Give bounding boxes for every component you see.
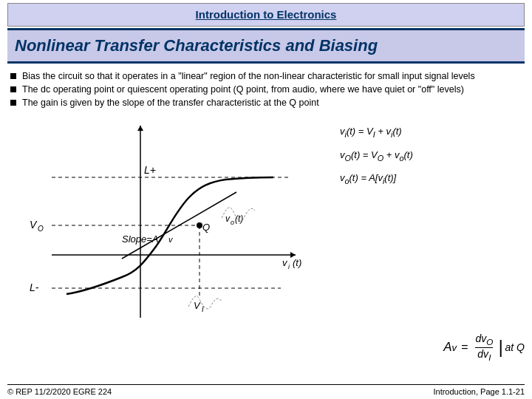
v-o-label: V [30, 219, 38, 231]
bullet-section: Bias the circuit so that it operates in … [10, 71, 522, 108]
av-numerator: dvO [475, 332, 493, 348]
av-label: A [443, 340, 451, 355]
title-bar: Introduction to Electronics [7, 3, 525, 27]
footer: © REP 11/2/2020 EGRE 224 Introduction, P… [7, 384, 525, 396]
equals-sign: = [461, 341, 468, 354]
svg-text:i: i [288, 263, 290, 270]
bullet-text-3: The gain is given by the slope of the tr… [22, 98, 319, 108]
bullet-icon [10, 86, 16, 92]
svg-text:O: O [38, 225, 44, 233]
subtitle-text: Nonlinear Transfer Characteristics and B… [15, 36, 378, 55]
bullet-icon [10, 73, 16, 79]
slope-subscript: v [168, 235, 174, 244]
bullet-icon [10, 100, 16, 106]
l-plus-label: L+ [144, 164, 156, 176]
av-formula-area: A v = dvO dvI | at Q [443, 332, 525, 362]
svg-text:(t): (t) [293, 257, 301, 268]
list-item: The dc operating point or quiescent oper… [10, 84, 522, 95]
l-minus-label: L- [30, 282, 39, 293]
svg-marker-3 [137, 126, 143, 131]
q-point-label: Q [202, 222, 210, 233]
equation-2: vO(t) = VO + vo(t) [340, 149, 525, 163]
av-denominator: dvI [477, 348, 491, 362]
page-ref-text: Introduction, Page 1.1-21 [433, 387, 525, 396]
copyright-text: © REP 11/2/2020 EGRE 224 [7, 387, 112, 396]
svg-text:o: o [231, 219, 234, 226]
v-i-t-label: v [282, 257, 288, 268]
list-item: The gain is given by the slope of the tr… [10, 98, 522, 108]
list-item: Bias the circuit so that it operates in … [10, 71, 522, 81]
equation-3: vo(t) = A[vi(t)] [340, 172, 525, 185]
main-content: L+ Slope=A v Q V O V I L- v o (t) v i (t… [7, 111, 525, 340]
bullet-text-1: Bias the circuit so that it operates in … [22, 71, 475, 81]
av-at-q: at Q [505, 341, 525, 353]
av-fraction: dvO dvI [475, 332, 493, 362]
svg-text:(t): (t) [235, 214, 243, 224]
svg-point-9 [197, 222, 202, 228]
transfer-characteristic-graph: L+ Slope=A v Q V O V I L- v o (t) v i (t… [7, 111, 332, 332]
v-o-t-label: v [225, 214, 231, 224]
bullet-text-2: The dc operating point or quiescent oper… [22, 84, 464, 95]
av-pipe: | [498, 337, 502, 358]
av-subscript: v [452, 342, 457, 353]
equations-area: vi(t) = VI + vi(t) vO(t) = VO + vo(t) vo… [332, 111, 525, 340]
equation-1: vi(t) = VI + vi(t) [340, 126, 525, 139]
subtitle-bar: Nonlinear Transfer Characteristics and B… [7, 28, 525, 64]
v-i-label: V [194, 300, 201, 311]
page-title: Introduction to Electronics [196, 8, 337, 21]
graph-area: L+ Slope=A v Q V O V I L- v o (t) v i (t… [7, 111, 332, 340]
slope-label: Slope=A [122, 233, 159, 245]
